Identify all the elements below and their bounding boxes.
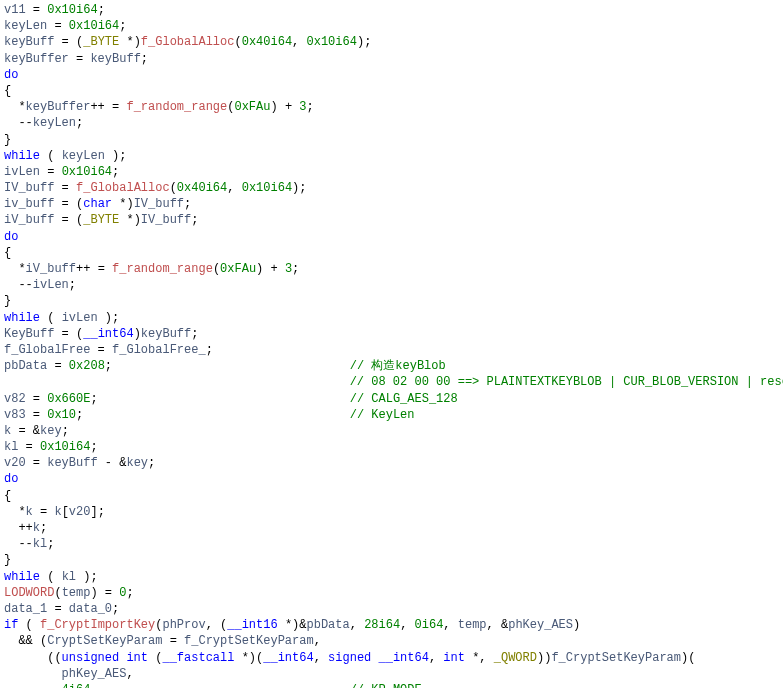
code-token: ) =	[90, 586, 119, 600]
code-token: LODWORD	[4, 586, 54, 600]
code-token: 0x10i64	[307, 35, 357, 49]
code-token: = (	[54, 327, 83, 341]
code-token: ;	[76, 408, 350, 422]
code-line: f_GlobalFree = f_GlobalFree_;	[4, 342, 779, 358]
code-line: KeyBuff = (__int64)keyBuff;	[4, 326, 779, 342]
code-token: && (	[4, 634, 47, 648]
code-token: ;	[148, 456, 155, 470]
code-token: pbData	[307, 618, 350, 632]
code-token: iV_buff	[26, 262, 76, 276]
code-token: f_CryptSetKeyParam	[551, 651, 681, 665]
code-token: ,	[314, 634, 321, 648]
code-token: ,	[227, 181, 241, 195]
code-token: ,	[314, 651, 328, 665]
code-token: 28i64	[364, 618, 400, 632]
code-line: *iV_buff++ = f_random_range(0xFAu) + 3;	[4, 261, 779, 277]
code-token: ;	[40, 521, 47, 535]
code-token: 0x10i64	[62, 165, 112, 179]
code-token: (	[234, 35, 241, 49]
code-line: }	[4, 132, 779, 148]
code-token: // 构造keyBlob	[350, 359, 446, 373]
code-token: =	[47, 359, 69, 373]
code-token: __int16	[227, 618, 277, 632]
code-token: 0x10i64	[47, 3, 97, 17]
code-token: *)	[119, 213, 141, 227]
code-token: =	[33, 505, 55, 519]
code-token: ) +	[270, 100, 299, 114]
code-token: ;	[206, 343, 213, 357]
code-token: (	[40, 149, 62, 163]
code-token: __int64	[263, 651, 313, 665]
code-line: v83 = 0x10; // KeyLen	[4, 407, 779, 423]
code-token: f_random_range	[112, 262, 213, 276]
code-token: *)	[112, 197, 134, 211]
code-token: pbData	[4, 359, 47, 373]
code-token: --	[4, 116, 33, 130]
code-token: ;	[119, 19, 126, 33]
code-token: (	[18, 618, 40, 632]
code-line: 4i64, // KP_MODE	[4, 682, 779, 688]
code-token: =	[26, 456, 48, 470]
code-token: f_GlobalAlloc	[141, 35, 235, 49]
code-token: ,	[429, 651, 443, 665]
code-token: do	[4, 68, 18, 82]
code-line: v11 = 0x10i64;	[4, 2, 779, 18]
code-token: ,	[443, 618, 457, 632]
code-token: k	[33, 521, 40, 535]
code-token: {	[4, 84, 11, 98]
code-token: (	[54, 586, 61, 600]
code-token: temp	[62, 586, 91, 600]
code-line: kl = 0x10i64;	[4, 439, 779, 455]
code-token: ivLen	[62, 311, 98, 325]
code-token: // KeyLen	[350, 408, 415, 422]
code-token: , &	[487, 618, 509, 632]
code-token: ;	[98, 3, 105, 17]
code-line: *keyBuffer++ = f_random_range(0xFAu) + 3…	[4, 99, 779, 115]
code-token: CryptSetKeyParam	[47, 634, 162, 648]
code-token: , (	[206, 618, 228, 632]
code-token: signed	[328, 651, 371, 665]
code-token: do	[4, 230, 18, 244]
code-line: {	[4, 83, 779, 99]
code-token: = (	[54, 213, 83, 227]
code-line: do	[4, 471, 779, 487]
code-line: ++k;	[4, 520, 779, 536]
code-token: = &	[11, 424, 40, 438]
code-token: *	[4, 100, 26, 114]
code-token: *)	[119, 35, 141, 49]
code-token: IV_buff	[4, 181, 54, 195]
code-token: *	[4, 262, 26, 276]
code-token	[4, 683, 62, 688]
code-token: ;	[126, 586, 133, 600]
code-token: keyLen	[62, 149, 105, 163]
code-token: keyLen	[33, 116, 76, 130]
code-token: = (	[54, 35, 83, 49]
code-token: if	[4, 618, 18, 632]
code-line: && (CryptSetKeyParam = f_CryptSetKeyPara…	[4, 633, 779, 649]
code-token: )(	[681, 651, 695, 665]
code-token: k	[54, 505, 61, 519]
code-token: ;	[292, 262, 299, 276]
code-token: (	[213, 262, 220, 276]
code-token: *,	[465, 651, 494, 665]
code-token: key	[126, 456, 148, 470]
code-token: }	[4, 133, 11, 147]
code-token: (	[40, 570, 62, 584]
code-line: do	[4, 67, 779, 83]
code-token: =	[162, 634, 184, 648]
code-line: IV_buff = f_GlobalAlloc(0x40i64, 0x10i64…	[4, 180, 779, 196]
code-line: iv_buff = (char *)IV_buff;	[4, 196, 779, 212]
code-token: 4i64	[62, 683, 91, 688]
code-line: if ( f_CryptImportKey(phProv, (__int16 *…	[4, 617, 779, 633]
code-token: ++ =	[90, 100, 126, 114]
code-line: v82 = 0x660E; // CALG_AES_128	[4, 391, 779, 407]
code-token: kl	[33, 537, 47, 551]
code-token: {	[4, 489, 11, 503]
code-token: 0xFAu	[220, 262, 256, 276]
code-token: ) +	[256, 262, 285, 276]
code-line: // 08 02 00 00 ==> PLAINTEXTKEYBLOB | CU…	[4, 374, 779, 390]
code-token: f_GlobalFree	[4, 343, 90, 357]
code-token: data_1	[4, 602, 47, 616]
code-token: f_GlobalFree_	[112, 343, 206, 357]
code-token: f_CryptSetKeyParam	[184, 634, 314, 648]
